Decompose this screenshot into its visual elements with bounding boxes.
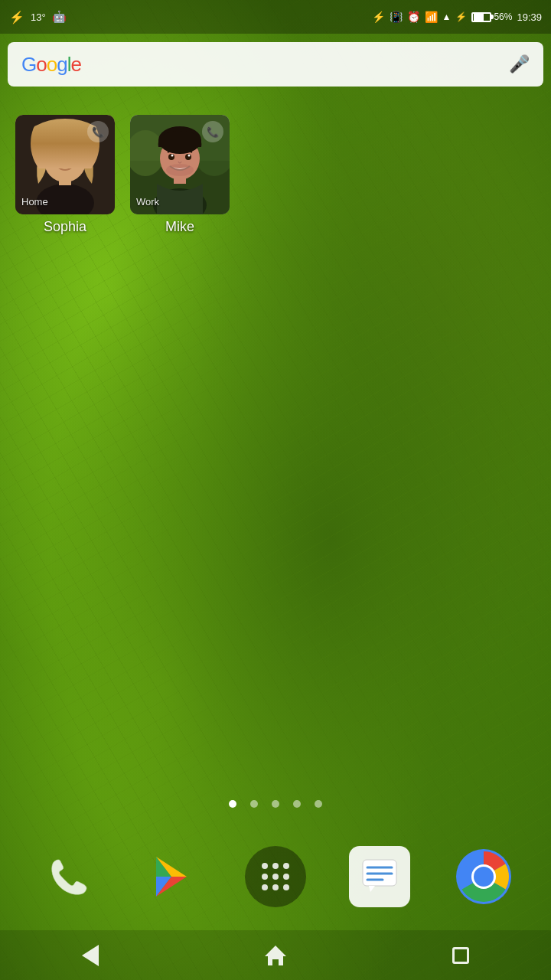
battery-box <box>471 12 491 22</box>
google-logo: Google <box>21 53 509 77</box>
svg-point-4 <box>41 125 90 158</box>
google-search-bar[interactable]: Google 🎤 <box>8 42 543 87</box>
svg-point-5 <box>53 155 59 162</box>
wifi-icon: 📶 <box>425 11 438 23</box>
svg-point-7 <box>56 155 58 158</box>
contact-sophia[interactable]: 📞 Home Sophia <box>15 115 115 235</box>
phone-call-icon: 📞 <box>92 126 104 138</box>
sophia-call-badge[interactable]: 📞 <box>87 121 109 142</box>
battery-fill <box>474 14 483 21</box>
android-icon: 🤖 <box>52 10 67 24</box>
svg-point-20 <box>171 155 174 157</box>
google-letter-o2: o <box>47 53 57 76</box>
google-letter-e: e <box>70 53 80 76</box>
svg-point-36 <box>283 874 289 880</box>
svg-point-3 <box>44 136 86 182</box>
dock-messaging[interactable] <box>349 846 410 907</box>
mike-call-badge[interactable]: 📞 <box>202 121 223 142</box>
svg-point-34 <box>262 874 268 880</box>
page-dot-5[interactable] <box>315 800 322 808</box>
page-dot-3[interactable] <box>272 800 279 808</box>
sophia-photo-wrapper: 📞 Home <box>15 115 115 214</box>
status-left-icons: ⚡ 13° 🤖 <box>9 10 67 24</box>
svg-point-35 <box>272 874 279 880</box>
svg-point-33 <box>283 863 289 869</box>
svg-point-32 <box>272 863 279 869</box>
page-indicator-dots <box>0 800 551 808</box>
svg-marker-48 <box>265 946 286 965</box>
recents-button[interactable] <box>434 938 487 973</box>
play-store-icon <box>141 846 202 907</box>
recents-square-icon <box>452 947 469 964</box>
page-dot-4[interactable] <box>293 800 301 808</box>
google-letter-g: G <box>21 53 36 76</box>
dock-play-store[interactable] <box>141 846 202 907</box>
svg-point-38 <box>272 884 279 890</box>
usb-icon: ⚡ <box>9 10 24 24</box>
temperature-display: 13° <box>31 11 46 23</box>
status-right-icons: ⚡ 📳 ⏰ 📶 ▲ ⚡ 56% 19:39 <box>372 11 542 23</box>
phone-call-icon-mike: 📞 <box>207 126 219 138</box>
svg-point-21 <box>188 155 191 157</box>
messaging-svg <box>360 857 399 897</box>
google-letter-o1: o <box>36 53 46 76</box>
svg-point-47 <box>474 867 494 887</box>
grid-svg <box>259 860 292 893</box>
status-bar: ⚡ 13° 🤖 ⚡ 📳 ⏰ 📶 ▲ ⚡ 56% 19:39 <box>0 0 551 34</box>
svg-point-31 <box>262 863 268 869</box>
svg-marker-41 <box>369 886 375 892</box>
dock-chrome[interactable] <box>453 846 514 907</box>
mike-photo-wrapper: 📞 Work <box>130 115 230 214</box>
home-icon <box>263 944 288 967</box>
back-button[interactable] <box>64 936 117 975</box>
sophia-name: Sophia <box>44 219 86 235</box>
play-store-svg <box>145 851 197 903</box>
sophia-type-label: Home <box>21 194 48 208</box>
messaging-icon <box>349 846 410 907</box>
chrome-icon <box>453 846 514 907</box>
microphone-icon[interactable]: 🎤 <box>509 54 530 74</box>
bluetooth-icon: ⚡ <box>372 11 385 23</box>
time-display: 19:39 <box>517 11 542 23</box>
app-dock <box>0 827 551 926</box>
svg-point-6 <box>71 155 77 162</box>
dock-phone[interactable] <box>37 846 98 907</box>
page-dot-1[interactable] <box>229 800 236 808</box>
dock-apps-grid[interactable] <box>245 846 306 907</box>
bolt-icon: ⚡ <box>455 11 467 22</box>
battery-indicator: 56% <box>471 11 512 22</box>
apps-grid-icon <box>245 846 306 907</box>
signal-icon: ▲ <box>442 11 452 22</box>
battery-percent: 56% <box>494 11 512 22</box>
navigation-bar <box>0 930 551 980</box>
svg-point-39 <box>283 884 289 890</box>
back-triangle-icon <box>82 945 99 966</box>
phone-svg <box>43 852 93 902</box>
phone-app-icon <box>37 846 98 907</box>
svg-point-8 <box>74 155 77 158</box>
home-button[interactable] <box>245 935 306 976</box>
mike-name: Mike <box>165 219 194 235</box>
google-letter-g2: g <box>57 53 67 76</box>
contact-mike[interactable]: 📞 Work Mike <box>130 115 230 235</box>
page-dot-2[interactable] <box>250 800 258 808</box>
mike-type-label: Work <box>136 194 159 208</box>
alarm-icon: ⏰ <box>407 11 420 23</box>
chrome-svg <box>454 847 514 906</box>
vibrate-icon: 📳 <box>390 11 403 23</box>
contact-shortcuts: 📞 Home Sophia <box>15 115 230 235</box>
svg-point-37 <box>262 884 268 890</box>
